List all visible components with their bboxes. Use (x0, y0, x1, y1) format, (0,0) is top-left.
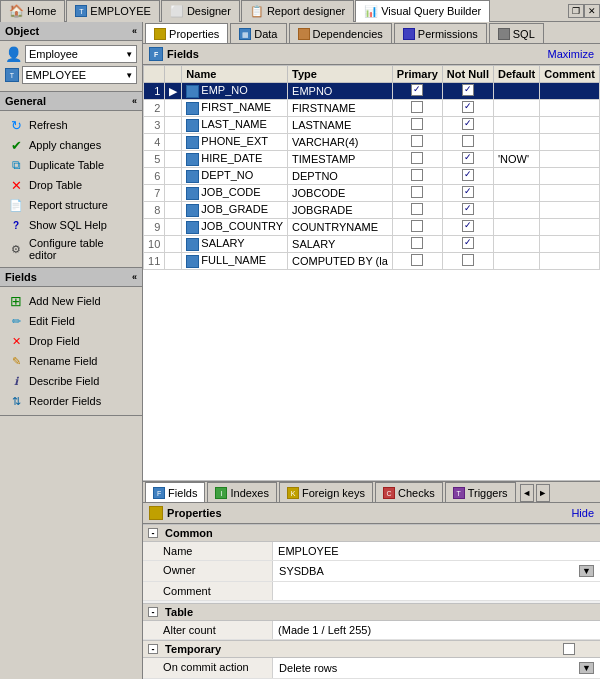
table-row[interactable]: 4PHONE_EXTVARCHAR(4) (144, 134, 600, 151)
temporary-expand-icon[interactable]: - (148, 644, 158, 654)
col-type: Type (288, 66, 393, 83)
win-close-button[interactable]: ✕ (584, 4, 600, 18)
prop-comment-value[interactable] (273, 582, 600, 600)
table-row[interactable]: 3LAST_NAMELASTNAME (144, 117, 600, 134)
tab-properties-label: Properties (169, 28, 219, 40)
drop-field-menu-item[interactable]: ✕ Drop Field (5, 331, 137, 351)
field-primary (392, 168, 442, 185)
inner-tabs: Properties ▦ Data Dependencies Permissio… (143, 22, 600, 44)
left-fields-section-content: ⊞ Add New Field ✏ Edit Field ✕ Drop Fiel… (0, 287, 142, 415)
tab-designer[interactable]: ⬜ Designer (161, 0, 240, 22)
hide-link[interactable]: Hide (571, 507, 594, 519)
report-structure-menu-item[interactable]: 📄 Report structure (5, 195, 137, 215)
row-num: 1 (144, 83, 165, 100)
field-primary (392, 185, 442, 202)
row-arrow (165, 134, 182, 151)
tab-data[interactable]: ▦ Data (230, 23, 286, 43)
apply-changes-menu-item[interactable]: ✔ Apply changes (5, 135, 137, 155)
table-row[interactable]: 8JOB_GRADEJOBGRADE (144, 202, 600, 219)
table-row[interactable]: 2FIRST_NAMEFIRSTNAME (144, 100, 600, 117)
bottom-tab-triggers-label: Triggers (468, 487, 508, 499)
common-expand-icon[interactable]: - (148, 528, 158, 538)
table-row[interactable]: 9JOB_COUNTRYCOUNTRYNAME (144, 219, 600, 236)
field-default (493, 117, 539, 134)
bottom-tab-triggers[interactable]: T Triggers (445, 482, 516, 502)
table-row[interactable]: 7JOB_CODEJOBCODE (144, 185, 600, 202)
table-row[interactable]: 1▶EMP_NOEMPNO (144, 83, 600, 100)
tab-nav-next[interactable]: ► (536, 484, 550, 502)
row-num: 2 (144, 100, 165, 117)
field-comment (540, 236, 600, 253)
table-row[interactable]: 10SALARYSALARY (144, 236, 600, 253)
bottom-tab-indexes-label: Indexes (230, 487, 269, 499)
field-default (493, 236, 539, 253)
tab-report-designer[interactable]: 📋 Report designer (241, 0, 354, 22)
prop-tab-icon (154, 28, 166, 40)
report-struct-icon: 📄 (8, 197, 24, 213)
table-row[interactable]: 11FULL_NAMECOMPUTED BY (la (144, 253, 600, 270)
fields-collapse-icon[interactable]: « (132, 272, 137, 282)
tab-properties[interactable]: Properties (145, 23, 228, 43)
bottom-tab-foreign-keys[interactable]: K Foreign keys (279, 482, 373, 502)
edit-field-icon: ✏ (8, 313, 24, 329)
object-section: Object « 👤 Employee ▼ T EMPLOYEE ▼ (0, 22, 142, 92)
field-name: DEPT_NO (182, 168, 288, 185)
field-name: EMP_NO (182, 83, 288, 100)
tab-employee[interactable]: T EMPLOYEE (66, 0, 160, 22)
object-dropdown[interactable]: Employee ▼ (25, 45, 137, 63)
prop-owner-text: SYSDBA (279, 565, 324, 577)
tab-sql[interactable]: SQL (489, 23, 544, 43)
prop-on-commit-value[interactable]: Delete rows ▼ (273, 658, 600, 678)
drop-table-menu-item[interactable]: ✕ Drop Table (5, 175, 137, 195)
table-row[interactable]: 5HIRE_DATETIMESTAMP'NOW' (144, 151, 600, 168)
general-collapse-icon[interactable]: « (132, 96, 137, 106)
row-arrow (165, 100, 182, 117)
field-primary (392, 151, 442, 168)
reorder-fields-menu-item[interactable]: ⇅ Reorder Fields (5, 391, 137, 411)
left-fields-section-label: Fields (5, 271, 37, 283)
field-type: EMPNO (288, 83, 393, 100)
rename-field-menu-item[interactable]: ✎ Rename Field (5, 351, 137, 371)
reorder-fields-label: Reorder Fields (29, 395, 101, 407)
maximize-link[interactable]: Maximize (548, 48, 594, 60)
prop-owner-value[interactable]: SYSDBA ▼ (273, 561, 600, 581)
tab-nav-prev[interactable]: ◄ (520, 484, 534, 502)
field-primary (392, 236, 442, 253)
edit-field-menu-item[interactable]: ✏ Edit Field (5, 311, 137, 331)
table-dropdown[interactable]: EMPLOYEE ▼ (22, 66, 138, 84)
field-not-null (442, 219, 493, 236)
tab-home[interactable]: 🏠 Home (0, 0, 65, 22)
bottom-fk-icon: K (287, 487, 299, 499)
properties-title: Properties (149, 506, 221, 520)
refresh-menu-item[interactable]: ↻ Refresh (5, 115, 137, 135)
object-dropdown-value: Employee (29, 48, 78, 60)
row-arrow (165, 151, 182, 168)
field-default (493, 83, 539, 100)
object-collapse-icon[interactable]: « (132, 26, 137, 36)
add-new-field-menu-item[interactable]: ⊞ Add New Field (5, 291, 137, 311)
sql-tab-icon (498, 28, 510, 40)
field-default (493, 219, 539, 236)
field-name: LAST_NAME (182, 117, 288, 134)
temporary-checkbox[interactable] (563, 643, 575, 655)
bottom-tab-indexes[interactable]: I Indexes (207, 482, 277, 502)
field-primary (392, 134, 442, 151)
field-not-null (442, 117, 493, 134)
bottom-tab-fields[interactable]: F Fields (145, 482, 205, 502)
duplicate-table-menu-item[interactable]: ⧉ Duplicate Table (5, 155, 137, 175)
tab-visual-query[interactable]: 📊 Visual Query Builder (355, 0, 490, 22)
table-expand-icon[interactable]: - (148, 607, 158, 617)
right-panel: Properties ▦ Data Dependencies Permissio… (143, 22, 600, 679)
bottom-tab-checks[interactable]: C Checks (375, 482, 443, 502)
tab-permissions[interactable]: Permissions (394, 23, 487, 43)
table-row[interactable]: 6DEPT_NODEPTNO (144, 168, 600, 185)
show-sql-help-menu-item[interactable]: ? Show SQL Help (5, 215, 137, 235)
tab-designer-label: Designer (187, 5, 231, 17)
tab-dependencies[interactable]: Dependencies (289, 23, 392, 43)
win-restore-button[interactable]: ❐ (568, 4, 584, 18)
bottom-tabs: F Fields I Indexes K Foreign keys C Chec… (143, 481, 600, 503)
tab-permissions-label: Permissions (418, 28, 478, 40)
describe-field-menu-item[interactable]: ℹ Describe Field (5, 371, 137, 391)
describe-field-icon: ℹ (8, 373, 24, 389)
configure-table-editor-menu-item[interactable]: ⚙ Configure table editor (5, 235, 137, 263)
